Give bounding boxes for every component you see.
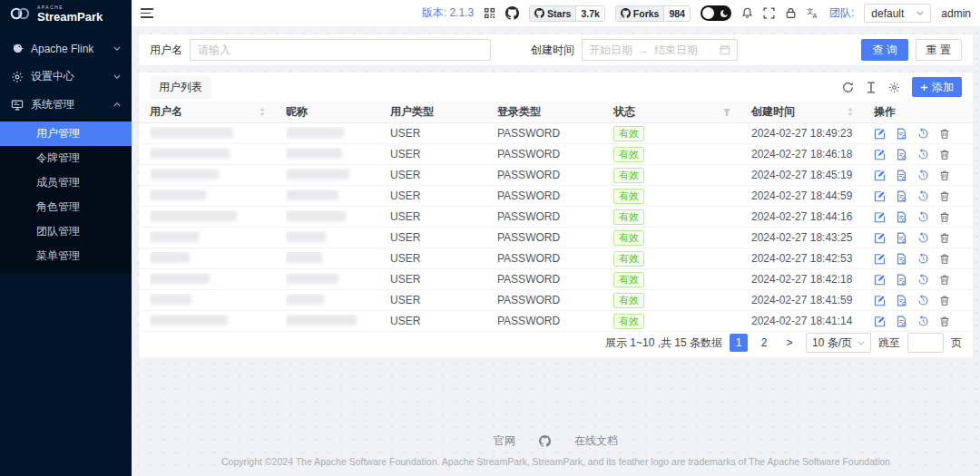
reset-password-icon[interactable] <box>917 295 929 306</box>
sidebar-item-team-management[interactable]: 团队管理 <box>0 219 132 244</box>
github-stars-badge[interactable]: Stars 3.7k <box>529 5 605 22</box>
official-site-link[interactable]: 官网 <box>494 433 515 449</box>
table-row[interactable]: USER PASSWORD 有效 2024-02-27 18:41:14 <box>139 311 973 332</box>
delete-user-icon[interactable] <box>939 253 950 265</box>
delete-user-icon[interactable] <box>939 190 950 202</box>
search-button[interactable]: 查 询 <box>861 39 907 61</box>
edit-user-icon[interactable] <box>874 316 886 327</box>
status-badge: 有效 <box>613 209 644 225</box>
fullscreen-icon[interactable] <box>763 7 775 19</box>
view-detail-icon[interactable] <box>896 295 907 306</box>
github-icon[interactable] <box>539 435 551 447</box>
table-row[interactable]: USER PASSWORD 有效 2024-02-27 18:43:25 <box>139 228 973 248</box>
username-filter-input[interactable] <box>190 39 491 61</box>
translate-icon[interactable]: 文A <box>807 7 819 19</box>
edit-user-icon[interactable] <box>874 253 886 265</box>
nickname-cell <box>286 127 390 141</box>
edit-user-icon[interactable] <box>874 274 886 286</box>
theme-toggle[interactable] <box>701 5 731 21</box>
view-detail-icon[interactable] <box>896 316 907 327</box>
view-detail-icon[interactable] <box>896 190 907 202</box>
page-button-1[interactable]: 1 <box>730 334 748 352</box>
delete-user-icon[interactable] <box>939 211 950 223</box>
reset-password-icon[interactable] <box>917 211 929 223</box>
edit-user-icon[interactable] <box>874 170 886 181</box>
reset-password-icon[interactable] <box>917 232 929 244</box>
sorter-icon[interactable] <box>847 107 854 117</box>
status-cell: 有效 <box>613 209 751 225</box>
view-detail-icon[interactable] <box>896 149 907 160</box>
view-detail-icon[interactable] <box>896 274 907 286</box>
view-detail-icon[interactable] <box>896 211 907 223</box>
table-row[interactable]: USER PASSWORD 有效 2024-02-27 18:46:18 <box>139 144 973 165</box>
delete-user-icon[interactable] <box>939 149 950 160</box>
menu-collapse-icon[interactable] <box>141 8 153 18</box>
table-row[interactable]: USER PASSWORD 有效 2024-02-27 18:42:53 <box>139 248 973 269</box>
refresh-icon[interactable] <box>842 82 854 93</box>
reset-password-icon[interactable] <box>917 128 929 140</box>
page-jump-input[interactable] <box>907 333 944 353</box>
page-size-select[interactable]: 10 条/页 <box>806 333 871 353</box>
sidebar-item-label: 系统管理 <box>31 97 106 112</box>
lock-icon[interactable] <box>785 7 797 19</box>
next-page-button[interactable]: > <box>780 334 799 352</box>
table-row[interactable]: USER PASSWORD 有效 2024-02-27 18:44:16 <box>139 207 973 228</box>
sidebar-item-role-management[interactable]: 角色管理 <box>0 195 132 219</box>
table-row[interactable]: USER PASSWORD 有效 2024-02-27 18:42:18 <box>139 269 973 290</box>
team-select[interactable]: default <box>864 4 931 23</box>
reset-password-icon[interactable] <box>917 316 929 327</box>
edit-user-icon[interactable] <box>874 190 886 202</box>
reset-password-icon[interactable] <box>917 190 929 202</box>
sorter-icon[interactable] <box>259 107 266 117</box>
edit-user-icon[interactable] <box>874 149 886 160</box>
edit-user-icon[interactable] <box>874 295 886 306</box>
table-row[interactable]: USER PASSWORD 有效 2024-02-27 18:49:23 <box>139 123 973 144</box>
edit-user-icon[interactable] <box>874 232 886 244</box>
qrcode-icon[interactable] <box>484 7 495 19</box>
nickname-cell <box>286 294 390 307</box>
view-detail-icon[interactable] <box>896 128 907 140</box>
current-user[interactable]: admin <box>941 7 971 20</box>
table-row[interactable]: USER PASSWORD 有效 2024-02-27 18:41:59 <box>139 290 973 311</box>
table-row[interactable]: USER PASSWORD 有效 2024-02-27 18:44:59 <box>139 186 973 207</box>
sidebar-item-settings-center[interactable]: 设置中心 <box>0 63 132 91</box>
edit-user-icon[interactable] <box>874 128 886 140</box>
view-detail-icon[interactable] <box>896 253 907 265</box>
delete-user-icon[interactable] <box>939 232 950 244</box>
view-detail-icon[interactable] <box>896 232 907 244</box>
reset-password-icon[interactable] <box>917 253 929 265</box>
reset-password-icon[interactable] <box>917 274 929 286</box>
delete-user-icon[interactable] <box>939 316 950 327</box>
sidebar-item-member-management[interactable]: 成员管理 <box>0 170 132 195</box>
github-icon[interactable] <box>505 6 519 20</box>
col-status[interactable]: 状态 <box>613 104 751 120</box>
col-username[interactable]: 用户名 <box>150 104 286 120</box>
bell-icon[interactable] <box>741 7 753 19</box>
delete-user-icon[interactable] <box>939 274 950 286</box>
delete-user-icon[interactable] <box>939 128 950 140</box>
col-created-time[interactable]: 创建时间 <box>751 104 874 120</box>
column-height-icon[interactable] <box>866 82 877 93</box>
created-time-range-picker[interactable]: 开始日期 → 结束日期 <box>582 39 738 61</box>
streampark-logo[interactable]: APACHE StreamPark <box>0 0 132 27</box>
column-settings-gear-icon[interactable] <box>888 82 900 93</box>
filter-funnel-icon[interactable] <box>722 108 731 117</box>
delete-user-icon[interactable] <box>939 170 950 181</box>
sidebar-item-apache-flink[interactable]: Apache Flink <box>0 34 132 63</box>
sidebar-item-system-management[interactable]: 系统管理 <box>0 91 132 119</box>
reset-button[interactable]: 重 置 <box>916 39 962 61</box>
github-forks-badge[interactable]: Forks 984 <box>615 5 691 22</box>
view-detail-icon[interactable] <box>896 170 907 181</box>
page-button-2[interactable]: 2 <box>755 334 773 352</box>
reset-password-icon[interactable] <box>917 149 929 160</box>
add-user-button[interactable]: 添加 <box>912 77 962 97</box>
edit-user-icon[interactable] <box>874 211 886 223</box>
table-row[interactable]: USER PASSWORD 有效 2024-02-27 18:45:19 <box>139 165 973 186</box>
delete-user-icon[interactable] <box>939 295 950 306</box>
sidebar-item-token-management[interactable]: 令牌管理 <box>0 146 132 170</box>
reset-password-icon[interactable] <box>917 170 929 181</box>
status-cell: 有效 <box>613 168 751 183</box>
online-docs-link[interactable]: 在线文档 <box>574 433 618 449</box>
sidebar-item-user-management[interactable]: 用户管理 <box>0 121 132 146</box>
sidebar-item-menu-management[interactable]: 菜单管理 <box>0 244 132 268</box>
